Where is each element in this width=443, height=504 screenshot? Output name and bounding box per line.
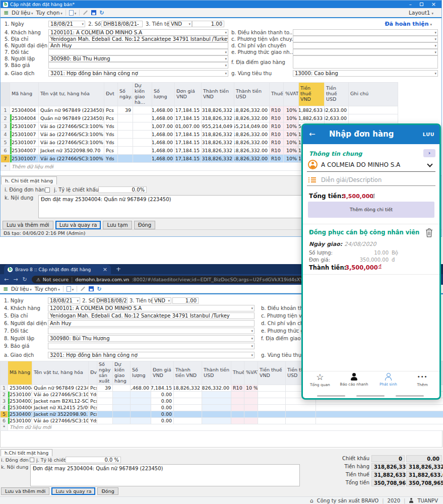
table-cell[interactable]: 25301007 [10,154,39,162]
order-number-input[interactable]: DHB18/08/21-0 [94,297,128,304]
forward-icon[interactable] [13,276,18,283]
expand-button[interactable] [423,149,435,157]
table-cell[interactable]: R10 [270,130,284,138]
save-new-button[interactable]: Lưu và thêm mới [1,487,49,495]
table-cell[interactable] [113,417,131,424]
table-cell[interactable]: R10 [231,385,244,391]
table-cell[interactable]: 217,184.15 [175,114,202,122]
table-cell[interactable] [97,398,113,404]
table-cell[interactable]: Vải áo (227466/SC3:100% COT [39,122,104,130]
shipping-cost-input[interactable]: ▾ [293,42,438,49]
table-cell[interactable]: 318,826,332 [202,146,234,154]
table-cell[interactable]: 0.00 [151,404,174,411]
table-cell[interactable] [118,130,133,138]
transport-input[interactable]: ▾ [293,36,438,42]
hamburger-icon[interactable] [4,9,9,16]
table-cell[interactable]: Yds [104,122,118,130]
chevron-down-icon[interactable]: ▾ [251,344,253,348]
table-cell[interactable]: 318,826,332.00 [234,114,270,122]
table-cell[interactable] [174,411,202,417]
customer-input[interactable]: 1200101: A COLMEIA DO MINHO S.A▾ [48,305,255,311]
table-cell[interactable] [202,398,231,404]
table-cell[interactable]: 1,468.00 [152,106,175,114]
representative-input[interactable]: Anh Huy [48,320,255,327]
table-cell[interactable]: 25301007 [10,130,39,138]
table-cell[interactable] [97,404,113,411]
tab-close-icon[interactable] [103,266,107,273]
content-textarea[interactable]: Đơn đặt may 25304004: Quần nữ 967849 (22… [38,195,302,218]
status-dropdown[interactable]: Đã hoàn thiện [385,21,438,27]
table-cell[interactable] [118,114,133,122]
table-cell[interactable] [244,404,258,411]
table-cell[interactable] [131,398,151,404]
chevron-down-icon[interactable]: ▾ [434,37,436,41]
table-cell[interactable] [202,417,231,424]
table-cell[interactable]: 10% [284,122,299,130]
partner-input[interactable]: ▾ [48,49,228,55]
table-cell[interactable] [231,398,244,404]
table-cell[interactable]: 318,826,332.00 [234,106,270,114]
table-row[interactable]: 425304006Jacket nữ XL2415 25/09 S15Pcs0.… [1,404,443,411]
chevron-down-icon[interactable]: ▾ [434,31,436,35]
save-new-button[interactable]: Lưu và thêm mới [3,221,53,229]
table-cell[interactable]: 318,826,332 [202,154,234,162]
table-cell[interactable] [133,106,152,114]
table-cell[interactable] [244,411,258,417]
menu-data[interactable]: Dữ liệu [12,10,33,16]
tab-more[interactable]: Thêm [405,373,439,387]
save-temp-button[interactable]: Lưu tạm [103,221,132,229]
table-cell[interactable]: 1,468.00 [152,154,175,162]
table-cell[interactable]: 4 [1,130,10,138]
table-cell[interactable] [118,154,133,162]
table-cell[interactable] [174,398,202,404]
table-cell[interactable]: 318,826,332 [202,114,234,122]
table-cell[interactable] [316,411,443,417]
menu-data[interactable]: Dữ liệu [11,286,32,292]
creator-input[interactable]: 300980: Bùi Thu Hương▾ [48,335,255,342]
table-cell[interactable] [286,404,316,411]
table-cell[interactable] [316,417,443,424]
tab-quick-report[interactable]: Báo cáo nhanh [337,373,371,387]
panel-customer-select[interactable]: A COLMEIA DO MINHO S.A [321,161,422,168]
creator-input[interactable]: 300980: Bùi Thu Hương▾ [48,55,228,62]
table-cell[interactable]: 7 [1,154,10,162]
price-value[interactable]: 350,000.00 [347,257,389,263]
new-tab-icon[interactable] [116,266,121,273]
drag-handle[interactable] [356,395,385,397]
table-cell[interactable]: R10 [270,122,284,130]
save-icon[interactable] [89,286,94,291]
table-cell[interactable] [97,417,113,424]
table-cell[interactable]: 25304004 [8,385,32,391]
window-titlebar[interactable]: b Cập nhật đơn đặt hàng bán* [1,1,441,8]
table-cell[interactable]: R10 [270,114,284,122]
add-row[interactable]: Thêm dữ liệu mới [1,424,443,430]
table-cell[interactable] [258,411,286,417]
table-cell[interactable]: 25301007 [10,138,39,146]
chevron-down-icon[interactable]: ▾ [188,22,191,26]
table-cell[interactable]: 1,882,633.00 [325,106,349,114]
table-cell[interactable]: Jacket nam B2XL12-SC1 [32,398,89,404]
table-cell[interactable]: Quần nữ 967849 (223450) [39,106,104,114]
table-cell[interactable] [244,417,258,424]
edit-icon[interactable] [83,10,88,15]
date-input[interactable]: 18/08/21▾ [48,297,80,304]
chevron-down-icon[interactable]: ▾ [251,353,253,357]
table-cell[interactable]: 217,184.15 [175,154,202,162]
table-cell[interactable]: 25304007 [8,411,32,417]
menu-options[interactable]: Tùy chọn [36,10,62,16]
chevron-down-icon[interactable]: ▾ [251,337,253,341]
table-cell[interactable]: 140,955,214,049 [202,122,234,130]
table-cell[interactable]: 1,468.00 [131,385,151,391]
table-cell[interactable] [131,417,151,424]
table-cell[interactable]: Pcs [104,146,118,154]
table-row[interactable]: 625301007Vải áo (227466/SC3:100% COTTOIY… [1,417,443,424]
table-cell[interactable]: Yds [104,154,118,162]
table-cell[interactable]: Vải áo (227466/SC3:100% COT [39,130,104,138]
table-cell[interactable]: 25304002 [8,398,32,404]
table-cell[interactable] [174,404,202,411]
chevron-down-icon[interactable]: ▾ [168,299,170,303]
table-cell[interactable]: 1,468.00 [152,130,175,138]
table-cell[interactable]: Jacket nữ XL2415 25/09 S15 [32,404,89,411]
table-cell[interactable]: Vải áo (227466/SC3:100% COT [39,154,104,162]
chevron-down-icon[interactable]: ▾ [77,299,79,303]
